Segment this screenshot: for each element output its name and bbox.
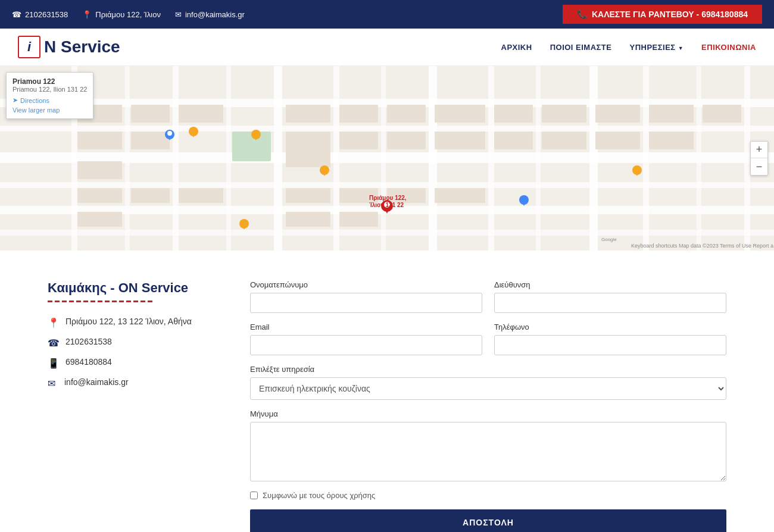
nav-about[interactable]: ΠΟΙΟΙ ΕΙΜΑΣΤΕ — [550, 43, 612, 52]
svg-rect-54 — [77, 212, 122, 227]
nav-contact[interactable]: ΕΠΙΚΟΙΝΩΝΙΑ — [701, 43, 756, 52]
map-popup: Priamou 122 Priamou 122, Ilion 131 22 ➤ … — [6, 72, 93, 119]
svg-rect-38 — [494, 132, 533, 149]
cta-text: ΚΑΛΕΣΤΕ ΓΙΑ ΡΑΝΤΕΒΟΥ - 6984180884 — [592, 10, 748, 19]
svg-rect-40 — [595, 105, 640, 123]
top-bar-email: ✉ info@kaimakis.gr — [175, 10, 245, 19]
contact-phone1-item: ☎ 2102631538 — [48, 337, 214, 349]
phone-input[interactable] — [494, 335, 726, 355]
logo-icon: i — [18, 36, 40, 58]
message-textarea[interactable] — [250, 422, 726, 481]
top-bar: ☎ 2102631538 📍 Πριάμου 122, Ίλιον ✉ info… — [0, 0, 774, 29]
svg-rect-39 — [542, 132, 586, 149]
contact-title: Καιμάκης - ON Service — [48, 280, 214, 296]
contact-phone1-icon: ☎ — [48, 337, 60, 349]
svg-rect-52 — [286, 212, 330, 227]
form-group-message: Μήνυμα — [250, 409, 726, 481]
svg-rect-45 — [77, 188, 122, 203]
map-directions-link[interactable]: ➤ Directions — [13, 96, 87, 104]
svg-rect-32 — [387, 105, 426, 123]
contact-phone2-icon: 📱 — [48, 358, 60, 369]
svg-rect-13 — [381, 66, 386, 251]
svg-rect-47 — [179, 188, 223, 203]
service-select[interactable]: Επισκευή ηλεκτρικής κουζίνας Επισκευή πλ… — [250, 377, 726, 400]
zoom-in-button[interactable]: + — [751, 142, 767, 158]
terms-label: Συμφωνώ με τους όρους χρήσης — [263, 491, 375, 500]
svg-rect-30 — [286, 132, 330, 167]
svg-rect-44 — [649, 132, 694, 149]
nav-home[interactable]: ΑΡΧΙΚΗ — [501, 43, 532, 52]
terms-checkbox[interactable] — [250, 492, 258, 499]
contact-phone2-item: 📱 6984180884 — [48, 357, 214, 369]
main-nav: ΑΡΧΙΚΗ ΠΟΙΟΙ ΕΙΜΑΣΤΕ ΥΠΗΡΕΣΙΕΣ ΕΠΙΚΟΙΝΩΝ… — [501, 43, 757, 52]
phone-label: Τηλέφωνο — [494, 323, 726, 331]
map-svg: Πριάμου 122, Ίλιον 131 22 Keyboard short… — [0, 66, 774, 251]
email-input[interactable] — [250, 335, 482, 355]
logo[interactable]: i N Service — [18, 36, 501, 58]
svg-rect-24 — [77, 132, 122, 149]
cta-phone-icon: 📞 — [577, 10, 587, 19]
name-label: Ονοματεπώνυμο — [250, 280, 482, 289]
svg-rect-51 — [435, 188, 485, 203]
logo-text: N Service — [44, 37, 120, 57]
svg-rect-15 — [488, 66, 494, 251]
form-group-phone: Τηλέφωνο — [494, 323, 726, 355]
nav-services[interactable]: ΥΠΗΡΕΣΙΕΣ — [630, 43, 684, 52]
svg-rect-9 — [173, 66, 179, 251]
svg-text:Google: Google — [601, 237, 617, 242]
svg-rect-25 — [131, 132, 170, 149]
contact-email: info@kaimakis.gr — [64, 377, 129, 387]
svg-text:Keyboard shortcuts  Map data ©: Keyboard shortcuts Map data ©2023 Terms … — [631, 243, 774, 249]
directions-icon: ➤ — [13, 96, 18, 104]
svg-rect-43 — [595, 132, 640, 149]
top-bar-phone-number: 2102631538 — [25, 10, 68, 19]
svg-rect-8 — [125, 66, 130, 251]
svg-rect-22 — [131, 105, 170, 123]
contact-phone1: 2102631538 — [65, 337, 112, 346]
svg-rect-42 — [703, 105, 741, 123]
svg-rect-53 — [339, 212, 378, 227]
map-zoom-controls: + − — [750, 141, 768, 176]
svg-rect-35 — [435, 132, 485, 149]
form-checkbox-row: Συμφωνώ με τους όρους χρήσης — [250, 491, 726, 500]
address-label: Διεύθυνση — [494, 280, 726, 289]
svg-rect-33 — [435, 105, 485, 123]
form-row-name-address: Ονοματεπώνυμο Διεύθυνση — [250, 280, 726, 313]
submit-button[interactable]: ΑΠΟΣΤΟΛΗ — [250, 509, 726, 532]
header: i N Service ΑΡΧΙΚΗ ΠΟΙΟΙ ΕΙΜΑΣΤΕ ΥΠΗΡΕΣΙ… — [0, 29, 774, 66]
zoom-out-button[interactable]: − — [751, 158, 767, 175]
form-group-name: Ονοματεπώνυμο — [250, 280, 482, 313]
svg-rect-19 — [697, 66, 701, 251]
contact-phone2: 6984180884 — [65, 357, 112, 367]
svg-rect-29 — [339, 105, 378, 123]
contact-address-item: 📍 Πριάμου 122, 13 122 Ίλιον, Αθήνα — [48, 317, 214, 328]
top-bar-phone: ☎ 2102631538 — [12, 10, 68, 19]
form-group-address: Διεύθυνση — [494, 280, 726, 313]
address-pin-icon: 📍 — [48, 317, 60, 328]
map-pin-icon: 📍 — [82, 10, 92, 19]
services-dropdown-icon — [678, 43, 684, 52]
svg-rect-48 — [286, 188, 330, 203]
svg-rect-20 — [744, 66, 750, 251]
form-group-service: Επιλέξτε υπηρεσία Επισκευή ηλεκτρικής κο… — [250, 365, 726, 400]
svg-rect-4 — [0, 182, 774, 188]
view-larger-map-link[interactable]: View larger map — [13, 107, 87, 114]
map-popup-title: Priamou 122 — [13, 77, 87, 86]
address-input[interactable] — [494, 293, 726, 313]
svg-rect-16 — [536, 66, 541, 251]
svg-rect-41 — [649, 105, 694, 123]
svg-rect-37 — [542, 105, 586, 123]
contact-email-icon: ✉ — [48, 378, 58, 389]
cta-banner[interactable]: 📞 ΚΑΛΕΣΤΕ ΓΙΑ ΡΑΝΤΕΒΟΥ - 6984180884 — [563, 5, 762, 24]
svg-rect-46 — [131, 188, 170, 203]
svg-rect-31 — [339, 132, 378, 149]
contact-email-item: ✉ info@kaimakis.gr — [48, 377, 214, 389]
name-input[interactable] — [250, 293, 482, 313]
svg-text:Πριάμου 122,: Πριάμου 122, — [369, 195, 407, 201]
svg-rect-34 — [387, 132, 426, 149]
svg-rect-6 — [0, 230, 774, 236]
svg-rect-10 — [226, 66, 231, 251]
svg-rect-28 — [286, 105, 330, 123]
form-row-email-phone: Email Τηλέφωνο — [250, 323, 726, 355]
contact-info-panel: Καιμάκης - ON Service 📍 Πριάμου 122, 13 … — [48, 280, 214, 532]
